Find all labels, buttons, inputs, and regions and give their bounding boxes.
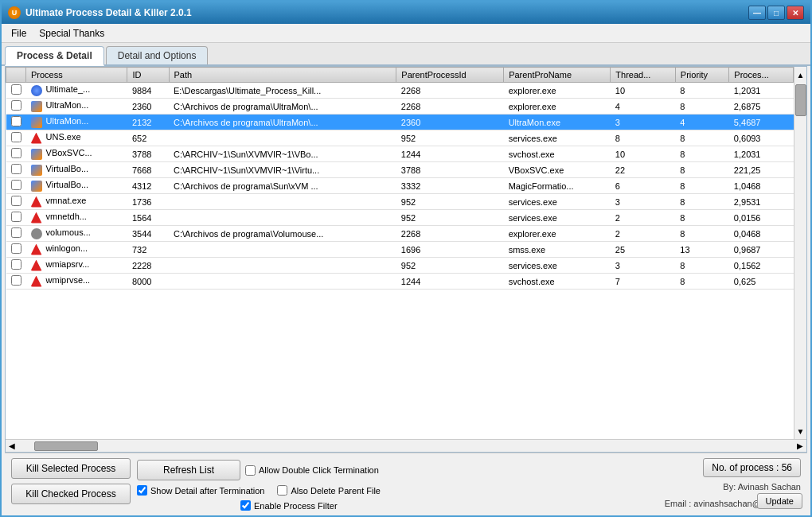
kill-checked-button[interactable]: Kill Checked Process [11, 484, 131, 504]
table-row[interactable]: volumous... 3544 C:\Archivos de programa… [6, 226, 794, 242]
row-id: 2132 [127, 115, 169, 130]
table-row[interactable]: vmnetdh... 1564 952 services.exe 2 8 0,0… [6, 210, 794, 226]
process-icon [31, 276, 42, 287]
row-checkbox-cell [6, 146, 26, 162]
enable-filter-label: Enable Process Filter [254, 501, 338, 511]
row-checkbox[interactable] [11, 132, 21, 142]
show-detail-option: Show Detail after Termination [137, 485, 264, 496]
row-parent-id: 1244 [396, 146, 504, 162]
row-checkbox[interactable] [11, 116, 21, 126]
row-process: VBoxSVC... [26, 146, 127, 162]
row-priority: 8 [675, 130, 729, 146]
row-parent-name: svchost.exe [504, 274, 611, 290]
show-detail-checkbox[interactable] [137, 485, 147, 496]
row-memory: 2,9531 [729, 194, 794, 210]
tab-process-detail[interactable]: Process & Detail [5, 46, 104, 66]
update-button[interactable]: Update [757, 493, 802, 509]
process-icon [31, 212, 42, 224]
row-id: 9884 [127, 83, 169, 99]
process-table: Process ID Path ParentProcessId ParentPr… [6, 67, 794, 290]
maximize-button[interactable]: □ [767, 6, 785, 20]
row-checkbox-cell [6, 162, 26, 178]
row-memory: 0,0468 [729, 226, 794, 242]
row-parent-name: services.exe [504, 194, 611, 210]
horiz-scroll-thumb[interactable] [34, 441, 98, 451]
menu-special-thanks[interactable]: Special Thanks [33, 26, 111, 41]
table-row[interactable]: UNS.exe 652 952 services.exe 8 8 0,6093 [6, 130, 794, 146]
row-checkbox[interactable] [11, 180, 21, 190]
table-row[interactable]: VirtualBo... 7668 C:\ARCHIV~1\Sun\XVMVIR… [6, 162, 794, 178]
scroll-thumb[interactable] [795, 84, 806, 116]
col-path[interactable]: Path [169, 68, 396, 83]
row-memory: 0,1562 [729, 258, 794, 274]
row-id: 652 [127, 130, 169, 146]
col-memory[interactable]: Proces... [729, 68, 794, 83]
table-row[interactable]: UltraMon... 2132 C:\Archivos de programa… [6, 115, 794, 130]
row-memory: 0,0156 [729, 210, 794, 226]
row-process: UNS.exe [26, 130, 127, 146]
horizontal-scrollbar[interactable]: ◀ ▶ [6, 439, 806, 452]
row-checkbox-cell [6, 130, 26, 146]
table-row[interactable]: VirtualBo... 4312 C:\Archivos de program… [6, 178, 794, 194]
row-parent-name: VBoxSVC.exe [504, 162, 611, 178]
row-id: 1564 [127, 210, 169, 226]
menu-file[interactable]: File [5, 26, 33, 41]
process-icon [31, 260, 42, 271]
table-row[interactable]: wmiapsrv... 2228 952 services.exe 3 8 0,… [6, 258, 794, 274]
table-row[interactable]: wmiprvse... 8000 1244 svchost.exe 7 8 0,… [6, 274, 794, 290]
row-checkbox[interactable] [11, 227, 21, 238]
col-id[interactable]: ID [127, 68, 169, 83]
allow-double-click-checkbox[interactable] [245, 465, 256, 476]
table-row[interactable]: VBoxSVC... 3788 C:\ARCHIV~1\Sun\XVMVIR~1… [6, 146, 794, 162]
table-row[interactable]: UltraMon... 2360 C:\Archivos de programa… [6, 99, 794, 115]
row-checkbox[interactable] [11, 243, 21, 254]
close-button[interactable]: ✕ [787, 6, 804, 20]
delete-parent-checkbox[interactable] [277, 485, 287, 496]
row-path [169, 210, 396, 226]
enable-filter-checkbox[interactable] [240, 500, 251, 511]
refresh-list-button[interactable]: Refresh List [137, 460, 240, 480]
row-parent-id: 952 [396, 130, 504, 146]
show-detail-label: Show Detail after Termination [150, 486, 264, 496]
table-row[interactable]: winlogon... 732 1696 smss.exe 25 13 0,96… [6, 242, 794, 258]
col-process[interactable]: Process [26, 68, 127, 83]
row-checkbox[interactable] [11, 212, 21, 222]
scroll-down-btn[interactable]: ▼ [794, 423, 806, 439]
tab-detail-options[interactable]: Detail and Options [106, 46, 209, 64]
row-priority: 8 [675, 274, 729, 290]
row-checkbox[interactable] [11, 148, 21, 158]
table-row[interactable]: vmnat.exe 1736 952 services.exe 3 8 2,95… [6, 194, 794, 210]
title-bar: U Ultimate Process Detail & Killer 2.0.1… [2, 2, 810, 24]
col-parent-name[interactable]: ParentProName [504, 68, 611, 83]
allow-double-click-label: Allow Double Click Termination [259, 465, 379, 475]
scroll-up-btn[interactable]: ▲ [794, 67, 806, 83]
row-path: C:\Archivos de programa\Sun\xVM ... [169, 178, 396, 194]
row-checkbox[interactable] [11, 164, 21, 174]
row-checkbox[interactable] [11, 84, 21, 95]
row-priority: 8 [675, 178, 729, 194]
row-checkbox[interactable] [11, 196, 21, 206]
col-parent-id[interactable]: ParentProcessId [396, 68, 504, 83]
row-id: 2360 [127, 99, 169, 115]
row-process: wmiprvse... [26, 274, 127, 290]
col-checkbox [6, 68, 26, 83]
row-checkbox[interactable] [11, 259, 21, 270]
row-path: C:\ARCHIV~1\Sun\XVMVIR~1\Virtu... [169, 162, 396, 178]
vertical-scrollbar[interactable]: ▲ ▼ [794, 67, 806, 439]
row-id: 2228 [127, 258, 169, 274]
scroll-left-btn[interactable]: ◀ [6, 441, 18, 450]
row-id: 7668 [127, 162, 169, 178]
col-priority[interactable]: Priority [675, 68, 729, 83]
scroll-right-btn[interactable]: ▶ [794, 441, 806, 450]
table-row[interactable]: Ultimate_... 9884 E:\Descargas\Ultimate_… [6, 83, 794, 99]
minimize-button[interactable]: — [748, 6, 766, 20]
row-checkbox[interactable] [11, 100, 21, 111]
row-checkbox-cell [6, 226, 26, 242]
col-threads[interactable]: Thread... [611, 68, 676, 83]
row-checkbox[interactable] [11, 275, 21, 286]
process-table-wrapper[interactable]: Process ID Path ParentProcessId ParentPr… [6, 67, 794, 439]
row-id: 1736 [127, 194, 169, 210]
row-memory: 0,625 [729, 274, 794, 290]
kill-selected-button[interactable]: Kill Selected Process [11, 458, 131, 479]
row-memory: 2,6875 [729, 99, 794, 115]
